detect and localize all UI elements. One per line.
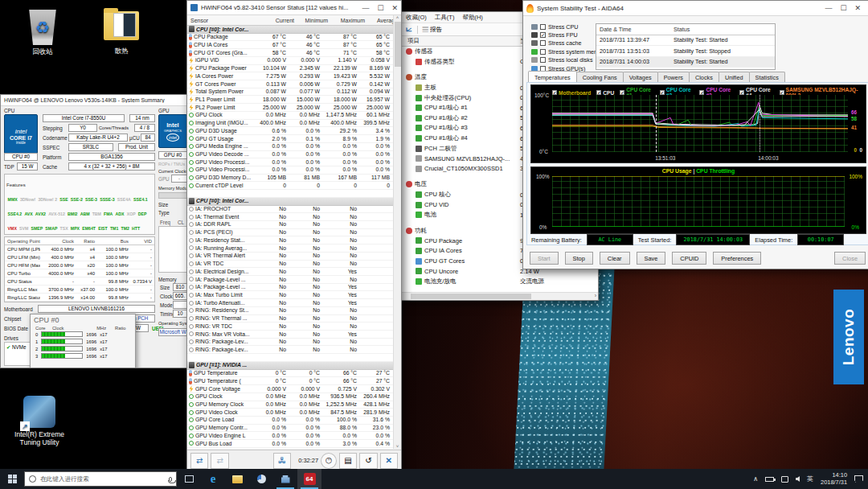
op-row[interactable]: CPU LFM (Min)400.0 MHzx4100.0 MHz-	[5, 253, 154, 261]
taskbar-monitor-app[interactable]	[273, 469, 297, 489]
taskbar-aida64[interactable]: 64	[297, 469, 321, 489]
sensor-titlebar[interactable]: HWiNFO64 v5.82-3410 Sensor Status [112 v…	[187, 1, 401, 15]
sensor-current: No	[256, 331, 289, 339]
stress-option[interactable]: ✓Stress FPU	[531, 31, 599, 39]
cpu-select-dropdown[interactable]: CPU #0	[4, 153, 38, 161]
arrows-blue-icon[interactable]: ⇄	[190, 453, 208, 469]
menu-item[interactable]: 收藏(O)	[406, 14, 427, 22]
menu-item[interactable]: 帮助(H)	[462, 14, 482, 22]
desktop-icon-recycle-bin[interactable]: ♻ 回收站	[11, 10, 74, 57]
stress-checkbox[interactable]	[540, 49, 546, 55]
sensor-row[interactable]: Current cTDP Level0000	[187, 182, 393, 190]
sensor-average: 0.094 W	[359, 88, 393, 96]
stress-option[interactable]: Stress system mem	[531, 47, 599, 55]
scroll-down-arrow-icon[interactable]: ˅	[396, 444, 399, 449]
sensor-maximum: Yes	[322, 291, 359, 299]
cpu0-clock-popup[interactable]: CPU #0 CoreClockMHzRatio01696x1711696x17…	[30, 314, 136, 368]
sensor-row[interactable]: GPU Bus Load0.0 %0.0 %3.0 %0.4 %	[187, 440, 393, 448]
op-row[interactable]: Ring/LLC Status1396.9 MHzx14.0099.8 MHz-	[5, 294, 154, 302]
tab-temperatures[interactable]: Temperatures	[528, 71, 577, 83]
intel-core-i7-badge: intel CORE i7 inside	[4, 114, 38, 158]
stop-button[interactable]: Stop	[565, 252, 593, 265]
log-row[interactable]: 2018/7/31 13:51:03Stability Test: Stoppe…	[596, 46, 775, 57]
status-icon	[189, 308, 194, 313]
gpu-select-dropdown[interactable]: GPU #0	[158, 151, 187, 159]
sensor-current: 105 MB	[256, 174, 289, 182]
task-view-button[interactable]	[177, 469, 201, 489]
cpuid-button[interactable]: CPUID	[672, 252, 706, 265]
aida64-hscrollbar[interactable]: ›	[401, 292, 598, 300]
op-row[interactable]: CPU HFM (Max)2000.0 MHzx20100.0 MHz-	[5, 261, 154, 269]
op-row[interactable]: CPU Turbo4000.0 MHzx40100.0 MHz-	[5, 269, 154, 277]
log-row[interactable]: 2018/7/31 13:39:47Stability Test: Starte…	[596, 35, 775, 47]
log-icon[interactable]: ▤	[339, 453, 357, 469]
stress-checkbox[interactable]	[540, 57, 546, 63]
desktop-icon-intel-xtu[interactable]: ↗ Intel(R) Extreme Tuning Utility	[8, 396, 71, 446]
preferences-button[interactable]: Preferences	[713, 252, 761, 265]
close-button[interactable]: ✕	[391, 4, 398, 12]
minimize-button[interactable]: —	[362, 4, 369, 12]
battery-icon[interactable]	[765, 477, 774, 482]
stress-checkbox[interactable]	[540, 40, 546, 46]
status-icon	[189, 261, 194, 266]
volume-icon[interactable]	[796, 476, 800, 482]
summary-titlebar[interactable]: HWiNFO64 @ LENOVO Lenovo V530s-14IKB - S…	[1, 95, 190, 106]
sensor-column-headers[interactable]: Sensor Current Minimum Maximum Average	[187, 15, 401, 26]
clock-usage-icon	[189, 402, 194, 407]
tray-chevron-icon[interactable]: ∧	[753, 475, 758, 483]
disk-icon	[416, 166, 422, 172]
action-center-icon[interactable]	[854, 475, 863, 483]
sensor-average: 0.0 %	[359, 166, 393, 174]
close-sensors-icon[interactable]: ✕	[380, 453, 398, 469]
clear-button[interactable]: Clear	[600, 252, 630, 265]
sensor-row[interactable]: RING: Package-Lev...NoNoNo	[187, 346, 393, 354]
sensor-current: No	[256, 205, 289, 213]
start-button[interactable]	[0, 469, 24, 489]
desktop-icon-cooling-folder[interactable]: 散热	[90, 11, 153, 56]
menu-item[interactable]: 工具(T)	[435, 14, 455, 22]
maximize-button[interactable]: ☐	[377, 4, 383, 12]
stress-option[interactable]: Stress cache	[531, 39, 599, 47]
taskbar-file-explorer[interactable]	[225, 469, 249, 489]
op-row[interactable]: Ring/LLC Max3700.0 MHzx37.00100.0 MHz-	[5, 286, 154, 294]
log-row[interactable]: 2018/7/31 14:00:03Stability Test: Starte…	[596, 57, 775, 68]
taskbar-search-box[interactable]: 在此键入进行搜索	[24, 471, 177, 487]
sensor-average: 27 °C	[359, 369, 393, 377]
scroll-up-arrow-icon[interactable]: ˄	[396, 15, 399, 20]
stress-checkbox[interactable]: ✓	[540, 32, 546, 38]
stress-option[interactable]: Stress local disks	[531, 56, 599, 64]
arrows-gray-icon[interactable]: ⇄	[211, 453, 228, 469]
maximize-button[interactable]: ☐	[840, 4, 846, 12]
scrollbar-thumb[interactable]	[395, 22, 401, 67]
microphone-icon[interactable]	[169, 477, 172, 482]
trend-chart-icon[interactable]: 📈︎	[406, 26, 412, 33]
save-button[interactable]: Save	[637, 252, 666, 265]
tree-item[interactable]: 电池充/放电交流电源	[401, 276, 598, 286]
stress-option[interactable]: Stress CPU	[531, 23, 599, 31]
gpu-clock-field: -	[171, 175, 187, 183]
log-header-row: Date & TimeStatus	[596, 24, 775, 35]
stress-checkbox[interactable]	[540, 24, 546, 30]
stability-titlebar[interactable]: System Stability Test - AIDA64 — ☐ ✕	[523, 1, 868, 16]
tray-clock[interactable]: 14:10 2018/7/31	[821, 472, 847, 486]
report-button[interactable]: ▤ 报告	[423, 26, 443, 34]
close-button[interactable]: ✕	[854, 4, 861, 12]
op-row[interactable]: CPU Status--99.8 MHz0.7334 V	[5, 277, 154, 286]
network-icon[interactable]	[781, 476, 788, 483]
op-row[interactable]: CPU MPM (LPM)400.0 MHzx4100.0 MHz-	[5, 245, 154, 253]
cpu-feature-flag: SSE-2	[71, 197, 83, 203]
scroll-right-arrow-icon[interactable]: ›	[595, 293, 596, 298]
network-share-icon[interactable]: 🖧︎	[273, 453, 291, 469]
sensor-vscrollbar[interactable]: ˄ ˅	[393, 15, 401, 449]
taskbar-edge[interactable]: e	[201, 469, 225, 489]
sensor-name: RING: Package-Lev...	[187, 338, 256, 346]
temp-icon	[406, 74, 412, 80]
col-minimum: Minimum	[297, 18, 330, 23]
clock-icon[interactable]: 🕐︎	[321, 453, 337, 469]
core-mhz: 1696	[86, 347, 96, 351]
freq-col-label: Freq	[160, 220, 170, 225]
ime-indicator[interactable]: 英	[807, 475, 813, 483]
minimize-button[interactable]: —	[825, 4, 832, 12]
reset-icon[interactable]: ↺	[359, 453, 377, 469]
taskbar-hwinfo[interactable]	[249, 469, 273, 489]
